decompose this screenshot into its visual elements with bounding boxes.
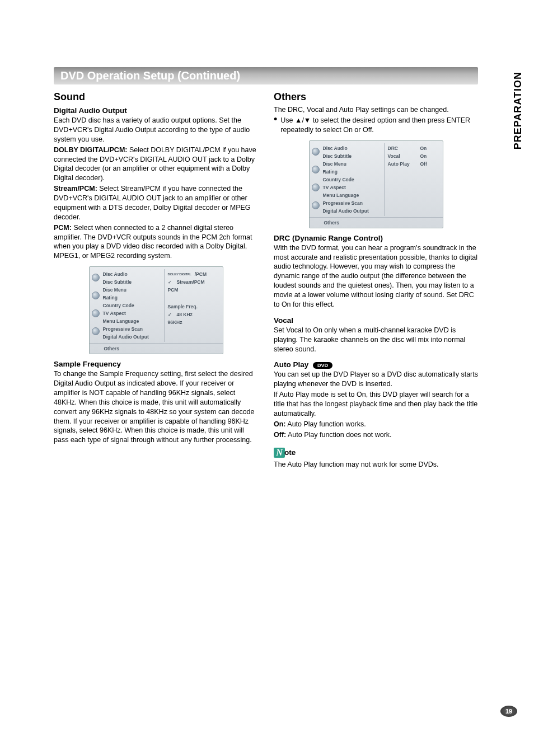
pcm-row: PCM: Select when connected to a 2 channe… bbox=[54, 223, 258, 261]
menu-item: Rating bbox=[322, 168, 384, 176]
menu-item: TV Aspect bbox=[102, 309, 164, 317]
menu-label: DRC bbox=[388, 145, 417, 151]
menu-value: Off bbox=[420, 161, 427, 167]
lock-icon bbox=[312, 166, 320, 173]
menu-value: PCM bbox=[168, 287, 179, 293]
menu-item: Disc Subtitle bbox=[102, 278, 164, 286]
menu-item: Disc Subtitle bbox=[322, 152, 384, 160]
dolby-row: DOLBY DIGITAL/PCM: Select DOLBY DIGITAL/… bbox=[54, 145, 258, 184]
menu-icons bbox=[90, 269, 102, 342]
digital-audio-output-heading: Digital Audio Output bbox=[54, 106, 258, 115]
menu-footer: Others bbox=[90, 343, 223, 354]
dolby-digital-mini: DOLBY DIGITAL bbox=[168, 273, 191, 276]
others-intro: The DRC, Vocal and Auto Play settings ca… bbox=[274, 105, 478, 115]
autoplay-p1: You can set up the DVD Player so a DVD d… bbox=[274, 370, 478, 389]
menu-right-values: DRCOn VocalOn Auto PlayOff bbox=[385, 143, 443, 216]
lock-icon bbox=[92, 292, 100, 299]
vocal-text: Set Vocal to On only when a multi-channe… bbox=[274, 326, 478, 354]
audio-icon bbox=[92, 327, 100, 335]
page-title-bar: DVD Operation Setup (Continued) bbox=[54, 67, 478, 84]
menu-item: Progressive Scan bbox=[322, 199, 384, 207]
side-tab: PREPARATION bbox=[512, 72, 524, 149]
menu-item: Country Code bbox=[322, 176, 384, 184]
menu-item: Digital Audio Output bbox=[102, 333, 164, 341]
dao-intro: Each DVD disc has a variety of audio out… bbox=[54, 116, 258, 144]
right-column: Others The DRC, Vocal and Auto Play sett… bbox=[274, 91, 478, 470]
page-number: 19 bbox=[500, 706, 517, 717]
menu-value: On bbox=[420, 153, 427, 159]
menu-right-values: DOLBY DIGITAL/PCM Stream/PCM PCM Sample … bbox=[165, 269, 223, 342]
menu-item: Digital Audio Output bbox=[322, 207, 384, 215]
menu-left-list: Disc Audio Disc Subtitle Disc Menu Ratin… bbox=[322, 143, 385, 216]
on-label: On: bbox=[274, 420, 286, 428]
menu-item: TV Aspect bbox=[322, 184, 384, 191]
menu-item: Disc Audio bbox=[322, 144, 384, 152]
menu-item: Disc Menu bbox=[322, 160, 384, 168]
menu-label: Auto Play bbox=[388, 161, 417, 167]
tv-icon bbox=[312, 184, 320, 191]
note-heading: N ote bbox=[274, 448, 478, 458]
sample-freq-header: Sample Freq. bbox=[168, 304, 198, 309]
page-content: DVD Operation Setup (Continued) Sound Di… bbox=[54, 67, 478, 470]
note-icon: N bbox=[274, 448, 285, 458]
menu-value: 48 KHz bbox=[177, 312, 193, 317]
menu-item: Disc Audio bbox=[102, 270, 164, 278]
note-text: The Auto Play function may not work for … bbox=[274, 460, 478, 469]
tv-icon bbox=[92, 309, 100, 317]
off-text: Auto Play function does not work. bbox=[286, 431, 391, 439]
menu-value: 96KHz bbox=[168, 320, 182, 325]
stream-row: Stream/PCM: Select Stream/PCM if you hav… bbox=[54, 184, 258, 222]
drc-text: With the DVD format, you can hear a prog… bbox=[274, 243, 478, 309]
disc-icon bbox=[92, 274, 100, 281]
menu-value: On bbox=[420, 145, 427, 151]
others-bullet: • Use ▲/▼ to select the desired option a… bbox=[274, 116, 478, 135]
menu-item: Rating bbox=[102, 294, 164, 302]
left-column: Sound Digital Audio Output Each DVD disc… bbox=[54, 91, 258, 470]
sound-heading: Sound bbox=[54, 91, 258, 103]
autoplay-p2: If Auto Play mode is set to On, this DVD… bbox=[274, 390, 478, 419]
autoplay-on-row: On: Auto Play function works. bbox=[274, 420, 478, 429]
sample-frequency-heading: Sample Frequency bbox=[54, 360, 258, 368]
menu-screenshot-left: Disc Audio Disc Subtitle Disc Menu Ratin… bbox=[89, 266, 223, 354]
sample-frequency-text: To change the Sample Frequency setting, … bbox=[54, 369, 258, 445]
menu-icons bbox=[310, 143, 322, 216]
menu-value: Stream/PCM bbox=[177, 279, 205, 285]
pcm-label: PCM: bbox=[54, 224, 72, 232]
pcm-text: Select when connected to a 2 channel dig… bbox=[54, 224, 252, 260]
drc-heading: DRC (Dynamic Range Control) bbox=[274, 234, 478, 242]
menu-value: /PCM bbox=[195, 271, 207, 277]
audio-icon bbox=[312, 201, 320, 209]
menu-item: Country Code bbox=[102, 302, 164, 309]
menu-left-list: Disc Audio Disc Subtitle Disc Menu Ratin… bbox=[102, 269, 165, 342]
stream-label: Stream/PCM: bbox=[54, 185, 97, 192]
on-text: Auto Play function works. bbox=[286, 420, 366, 428]
menu-label: Vocal bbox=[388, 153, 417, 159]
note-word: ote bbox=[284, 448, 296, 457]
menu-item: Menu Language bbox=[102, 317, 164, 325]
disc-icon bbox=[312, 148, 320, 156]
dolby-label: DOLBY DIGITAL/PCM: bbox=[54, 146, 127, 154]
autoplay-off-row: Off: Auto Play function does not work. bbox=[274, 430, 478, 440]
autoplay-heading: Auto Play DVD bbox=[274, 360, 478, 369]
menu-item: Menu Language bbox=[322, 191, 384, 199]
off-label: Off: bbox=[274, 431, 286, 439]
bullet-icon: • bbox=[274, 116, 277, 135]
menu-item: Disc Menu bbox=[102, 286, 164, 294]
menu-item: Progressive Scan bbox=[102, 325, 164, 333]
dvd-badge: DVD bbox=[313, 362, 332, 369]
others-heading: Others bbox=[274, 91, 478, 103]
menu-footer: Others bbox=[310, 217, 443, 228]
bullet-text: Use ▲/▼ to select the desired option and… bbox=[280, 116, 478, 135]
vocal-heading: Vocal bbox=[274, 316, 478, 325]
menu-screenshot-right: Disc Audio Disc Subtitle Disc Menu Ratin… bbox=[309, 140, 443, 228]
autoplay-heading-text: Auto Play bbox=[274, 360, 308, 369]
